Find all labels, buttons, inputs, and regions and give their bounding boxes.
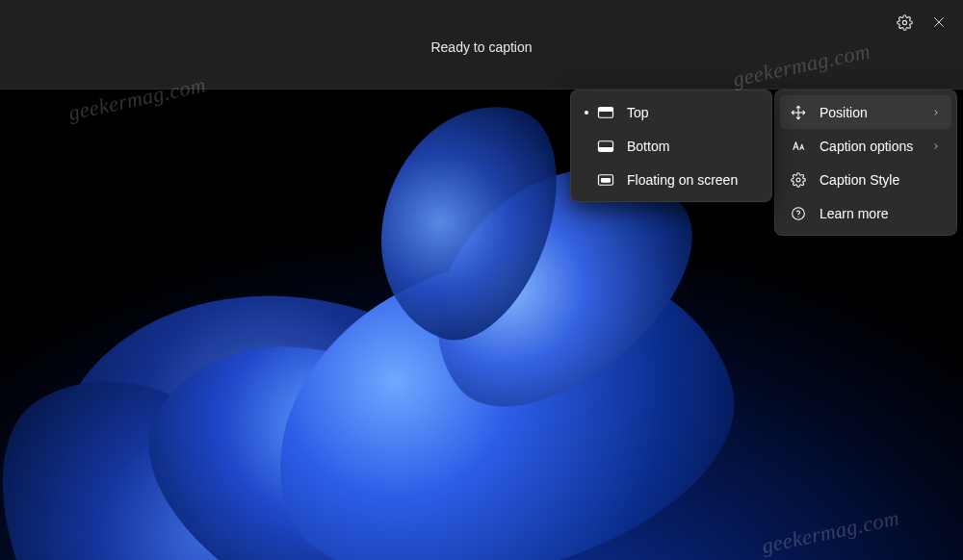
menu-item-caption-options[interactable]: Caption options bbox=[780, 129, 951, 163]
position-submenu: Top Bottom Floating on screen bbox=[570, 89, 772, 202]
menu-item-label: Caption options bbox=[820, 139, 918, 154]
svg-rect-11 bbox=[599, 147, 613, 151]
dock-bottom-icon bbox=[597, 138, 614, 155]
settings-button[interactable] bbox=[890, 8, 919, 37]
live-captions-bar: Ready to caption bbox=[0, 0, 963, 89]
position-option-top[interactable]: Top bbox=[576, 95, 767, 129]
settings-menu: Position Caption options Caption Style bbox=[774, 89, 957, 236]
menu-item-label: Top bbox=[627, 105, 757, 120]
chevron-right-icon bbox=[930, 108, 942, 117]
move-icon bbox=[790, 104, 807, 121]
help-icon bbox=[790, 205, 807, 222]
gear-icon bbox=[897, 14, 913, 31]
menu-item-label: Position bbox=[820, 105, 918, 120]
menu-item-learn-more[interactable]: Learn more bbox=[780, 196, 951, 230]
text-size-icon bbox=[790, 138, 807, 155]
gear-icon bbox=[790, 171, 807, 189]
menu-item-label: Learn more bbox=[820, 206, 942, 221]
chevron-right-icon bbox=[930, 141, 942, 151]
menu-item-label: Floating on screen bbox=[627, 172, 757, 188]
menu-item-position[interactable]: Position bbox=[780, 95, 951, 129]
menu-item-label: Caption Style bbox=[820, 172, 942, 188]
floating-window-icon bbox=[597, 171, 614, 189]
position-option-floating[interactable]: Floating on screen bbox=[576, 163, 767, 196]
menu-item-caption-style[interactable]: Caption Style bbox=[780, 163, 951, 196]
close-button[interactable] bbox=[924, 8, 953, 37]
svg-point-5 bbox=[796, 178, 800, 182]
svg-point-0 bbox=[902, 20, 906, 24]
dock-top-icon bbox=[597, 104, 614, 121]
caption-status-text: Ready to caption bbox=[430, 39, 532, 55]
menu-item-label: Bottom bbox=[627, 139, 757, 154]
position-option-bottom[interactable]: Bottom bbox=[576, 129, 767, 163]
svg-rect-13 bbox=[602, 178, 611, 182]
close-icon bbox=[932, 15, 946, 29]
svg-rect-9 bbox=[599, 107, 613, 111]
caption-bar-controls bbox=[890, 8, 953, 37]
svg-point-7 bbox=[797, 216, 798, 216]
svg-point-6 bbox=[793, 207, 805, 219]
